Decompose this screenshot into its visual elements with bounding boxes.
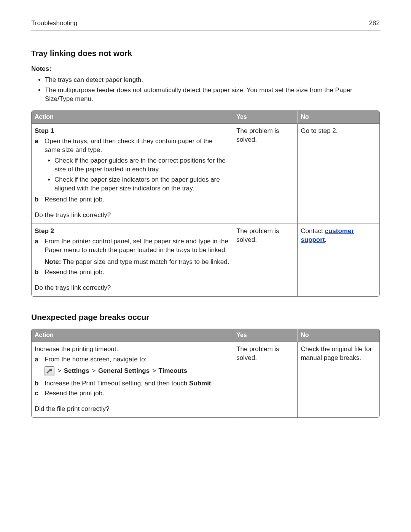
- step-list: a From the printer control panel, set th…: [35, 237, 230, 277]
- sub-item: Check if the paper guides are in the cor…: [54, 157, 230, 174]
- step-text: From the home screen, navigate to:: [45, 356, 147, 363]
- list-marker: b: [35, 379, 38, 388]
- step-text: Resend the print job.: [45, 390, 104, 397]
- step-text: Open the trays, and then check if they c…: [45, 137, 212, 153]
- action-cell: Increase the printing timeout. a From th…: [32, 342, 233, 418]
- col-header-yes: Yes: [233, 329, 298, 342]
- col-header-yes: Yes: [233, 111, 298, 123]
- sub-list: Check if the paper guides are in the cor…: [45, 157, 230, 193]
- step-intro: Increase the printing timeout.: [35, 345, 230, 354]
- list-marker: c: [35, 389, 38, 398]
- nav-item: General Settings: [98, 367, 150, 374]
- running-header-section: Troubleshooting: [31, 19, 77, 28]
- table-row: Step 2 a From the printer control panel,…: [32, 224, 379, 296]
- list-marker: a: [35, 237, 38, 246]
- troubleshoot-table-tray-linking: Action Yes No Step 1 a Open the trays, a…: [31, 110, 380, 297]
- step-question: Do the trays link correctly?: [35, 211, 230, 220]
- no-cell: Go to step 2.: [298, 123, 379, 224]
- troubleshoot-table-page-breaks: Action Yes No Increase the printing time…: [31, 329, 380, 418]
- no-cell: Contact customer support.: [298, 224, 379, 296]
- nav-sep: >: [57, 367, 64, 374]
- table-header-row: Action Yes No: [32, 111, 379, 123]
- step-item: b Resend the print job.: [43, 195, 230, 204]
- table-row: Increase the printing timeout. a From th…: [32, 342, 379, 418]
- step-question: Did the file print correctly?: [35, 405, 230, 414]
- section-title-tray-linking: Tray linking does not work: [31, 48, 380, 59]
- list-marker: a: [35, 137, 38, 146]
- list-marker: a: [35, 355, 38, 364]
- nav-path: > Settings > General Settings > Timeouts: [57, 367, 187, 375]
- nav-breadcrumb: > Settings > General Settings > Timeouts: [45, 366, 230, 376]
- sub-item: Check if the paper size indicators on th…: [54, 176, 230, 193]
- yes-cell: The problem is solved.: [233, 224, 298, 296]
- page: Troubleshooting 282 Tray linking does no…: [0, 0, 411, 532]
- step-text: Resend the print job.: [45, 268, 104, 276]
- step-text-post: .: [211, 380, 213, 387]
- no-cell: Check the original file for manual page …: [298, 342, 379, 418]
- running-header: Troubleshooting 282: [31, 19, 380, 30]
- step-item: a From the printer control panel, set th…: [43, 237, 230, 267]
- running-header-page: 282: [369, 19, 380, 28]
- no-text-suffix: .: [325, 236, 327, 243]
- step-item: c Resend the print job.: [43, 389, 230, 398]
- notes-item: The multipurpose feeder does not automat…: [45, 86, 380, 104]
- action-cell: Step 2 a From the printer control panel,…: [32, 224, 233, 296]
- step-item: b Resend the print job.: [43, 268, 230, 277]
- inline-note-text: The paper size and type must match for t…: [61, 258, 229, 265]
- step-text-pre: Increase the Print Timeout setting, and …: [45, 380, 189, 387]
- no-text-prefix: Contact: [301, 227, 325, 235]
- col-header-no: No: [298, 111, 379, 123]
- nav-item: Timeouts: [159, 367, 187, 374]
- col-header-action: Action: [32, 111, 233, 123]
- notes-item: The trays can detect paper length.: [45, 76, 380, 85]
- col-header-no: No: [298, 329, 379, 342]
- step-item: b Increase the Print Timeout setting, an…: [43, 379, 230, 388]
- step-text: Resend the print job.: [45, 196, 104, 203]
- list-marker: b: [35, 195, 38, 204]
- step-list: a Open the trays, and then check if they…: [35, 137, 230, 204]
- step-question: Do the trays link correctly?: [35, 284, 230, 292]
- notes-list: The trays can detect paper length. The m…: [31, 76, 380, 104]
- step-item: a Open the trays, and then check if they…: [43, 137, 230, 193]
- section-title-page-breaks: Unexpected page breaks occur: [31, 312, 380, 323]
- action-cell: Step 1 a Open the trays, and then check …: [32, 123, 233, 224]
- step-list: a From the home screen, navigate to: > S…: [35, 355, 230, 398]
- table-header-row: Action Yes No: [32, 329, 379, 342]
- notes-label: Notes:: [31, 65, 380, 73]
- step-item: a From the home screen, navigate to: > S…: [43, 355, 230, 376]
- col-header-action: Action: [32, 329, 233, 342]
- table-row: Step 1 a Open the trays, and then check …: [32, 123, 379, 224]
- nav-sep: >: [89, 367, 98, 374]
- step-text-bold: Submit: [189, 380, 211, 387]
- inline-note-label: Note:: [45, 258, 61, 265]
- yes-cell: The problem is solved.: [233, 123, 298, 224]
- nav-item: Settings: [64, 367, 89, 374]
- list-marker: b: [35, 268, 38, 277]
- step-text: From the printer control panel, set the …: [45, 238, 228, 254]
- step-label: Step 2: [35, 227, 230, 236]
- wrench-icon: [45, 366, 54, 376]
- step-label: Step 1: [35, 127, 230, 136]
- yes-cell: The problem is solved.: [233, 342, 298, 418]
- nav-sep: >: [150, 367, 158, 374]
- inline-note: Note: The paper size and type must match…: [45, 258, 230, 267]
